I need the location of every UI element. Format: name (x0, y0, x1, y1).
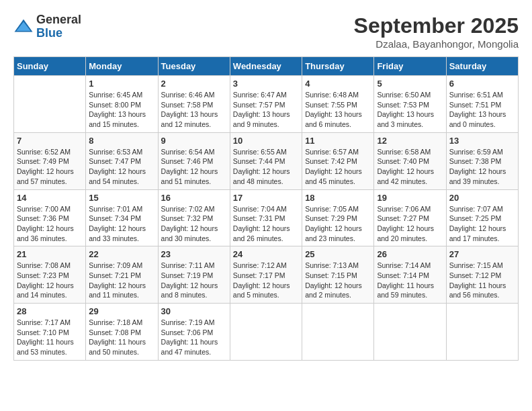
day-cell: 29Sunrise: 7:18 AM Sunset: 7:08 PM Dayli… (86, 304, 158, 361)
day-info: Sunrise: 6:58 AM Sunset: 7:40 PM Dayligh… (377, 147, 443, 187)
week-row-5: 28Sunrise: 7:17 AM Sunset: 7:10 PM Dayli… (14, 304, 519, 361)
day-cell: 27Sunrise: 7:15 AM Sunset: 7:12 PM Dayli… (446, 246, 518, 304)
day-info: Sunrise: 7:14 AM Sunset: 7:14 PM Dayligh… (377, 261, 443, 300)
day-number: 4 (305, 79, 371, 89)
header-saturday: Saturday (446, 57, 518, 76)
day-info: Sunrise: 7:17 AM Sunset: 7:10 PM Dayligh… (17, 318, 83, 357)
header-sunday: Sunday (14, 57, 86, 76)
day-number: 19 (377, 193, 443, 203)
day-number: 20 (449, 193, 515, 203)
day-cell: 13Sunrise: 6:59 AM Sunset: 7:38 PM Dayli… (446, 132, 518, 189)
day-number: 15 (89, 193, 154, 203)
day-info: Sunrise: 6:59 AM Sunset: 7:38 PM Dayligh… (449, 147, 515, 187)
day-cell: 21Sunrise: 7:08 AM Sunset: 7:23 PM Dayli… (14, 246, 86, 304)
day-cell: 14Sunrise: 7:00 AM Sunset: 7:36 PM Dayli… (14, 189, 86, 246)
day-cell: 28Sunrise: 7:17 AM Sunset: 7:10 PM Dayli… (14, 304, 86, 361)
day-number: 28 (17, 306, 83, 316)
day-number: 12 (377, 136, 443, 146)
location: Dzalaa, Bayanhongor, Mongolia (354, 38, 519, 50)
day-cell: 17Sunrise: 7:04 AM Sunset: 7:31 PM Dayli… (230, 189, 302, 246)
day-number: 1 (89, 79, 154, 89)
day-info: Sunrise: 7:12 AM Sunset: 7:17 PM Dayligh… (233, 261, 299, 300)
day-cell (302, 304, 374, 361)
day-info: Sunrise: 7:18 AM Sunset: 7:08 PM Dayligh… (89, 318, 154, 357)
day-info: Sunrise: 6:51 AM Sunset: 7:51 PM Dayligh… (449, 90, 515, 130)
day-info: Sunrise: 7:06 AM Sunset: 7:27 PM Dayligh… (377, 204, 443, 244)
day-info: Sunrise: 6:45 AM Sunset: 8:00 PM Dayligh… (89, 90, 154, 130)
day-info: Sunrise: 7:08 AM Sunset: 7:23 PM Dayligh… (17, 261, 83, 300)
day-cell: 8Sunrise: 6:53 AM Sunset: 7:47 PM Daylig… (86, 132, 158, 189)
week-row-2: 7Sunrise: 6:52 AM Sunset: 7:49 PM Daylig… (14, 132, 519, 189)
day-cell: 19Sunrise: 7:06 AM Sunset: 7:27 PM Dayli… (374, 189, 446, 246)
day-cell: 4Sunrise: 6:48 AM Sunset: 7:55 PM Daylig… (302, 76, 374, 133)
day-number: 29 (89, 306, 154, 316)
day-cell: 15Sunrise: 7:01 AM Sunset: 7:34 PM Dayli… (86, 189, 158, 246)
day-number: 26 (377, 249, 443, 259)
day-cell (230, 304, 302, 361)
day-cell: 16Sunrise: 7:02 AM Sunset: 7:32 PM Dayli… (158, 189, 230, 246)
logo-blue: Blue (36, 27, 81, 40)
day-number: 25 (305, 249, 371, 259)
header-tuesday: Tuesday (158, 57, 230, 76)
day-number: 14 (17, 193, 83, 203)
header-friday: Friday (374, 57, 446, 76)
day-cell: 11Sunrise: 6:57 AM Sunset: 7:42 PM Dayli… (302, 132, 374, 189)
day-info: Sunrise: 6:48 AM Sunset: 7:55 PM Dayligh… (305, 90, 371, 130)
day-number: 7 (17, 136, 83, 146)
day-info: Sunrise: 6:47 AM Sunset: 7:57 PM Dayligh… (233, 90, 299, 130)
day-info: Sunrise: 6:53 AM Sunset: 7:47 PM Dayligh… (89, 147, 154, 187)
day-info: Sunrise: 6:57 AM Sunset: 7:42 PM Dayligh… (305, 147, 371, 187)
day-cell: 22Sunrise: 7:09 AM Sunset: 7:21 PM Dayli… (86, 246, 158, 304)
day-cell: 20Sunrise: 7:07 AM Sunset: 7:25 PM Dayli… (446, 189, 518, 246)
day-cell: 25Sunrise: 7:13 AM Sunset: 7:15 PM Dayli… (302, 246, 374, 304)
day-info: Sunrise: 7:09 AM Sunset: 7:21 PM Dayligh… (89, 261, 154, 300)
day-number: 18 (305, 193, 371, 203)
day-cell: 3Sunrise: 6:47 AM Sunset: 7:57 PM Daylig… (230, 76, 302, 133)
header-monday: Monday (86, 57, 158, 76)
day-number: 23 (161, 249, 227, 259)
day-cell (446, 304, 518, 361)
day-cell (14, 76, 86, 133)
day-info: Sunrise: 7:05 AM Sunset: 7:29 PM Dayligh… (305, 204, 371, 244)
day-number: 11 (305, 136, 371, 146)
day-cell: 24Sunrise: 7:12 AM Sunset: 7:17 PM Dayli… (230, 246, 302, 304)
day-cell: 2Sunrise: 6:46 AM Sunset: 7:58 PM Daylig… (158, 76, 230, 133)
day-info: Sunrise: 7:04 AM Sunset: 7:31 PM Dayligh… (233, 204, 299, 244)
logo-general: General (36, 13, 81, 27)
day-number: 22 (89, 249, 154, 259)
day-info: Sunrise: 7:13 AM Sunset: 7:15 PM Dayligh… (305, 261, 371, 300)
day-cell: 5Sunrise: 6:50 AM Sunset: 7:53 PM Daylig… (374, 76, 446, 133)
week-row-3: 14Sunrise: 7:00 AM Sunset: 7:36 PM Dayli… (14, 189, 519, 246)
day-info: Sunrise: 7:01 AM Sunset: 7:34 PM Dayligh… (89, 204, 154, 244)
day-number: 16 (161, 193, 227, 203)
day-number: 13 (449, 136, 515, 146)
day-info: Sunrise: 7:15 AM Sunset: 7:12 PM Dayligh… (449, 261, 515, 300)
day-number: 24 (233, 249, 299, 259)
day-number: 9 (161, 136, 227, 146)
week-row-1: 1Sunrise: 6:45 AM Sunset: 8:00 PM Daylig… (14, 76, 519, 133)
day-cell (374, 304, 446, 361)
day-info: Sunrise: 6:46 AM Sunset: 7:58 PM Dayligh… (161, 90, 227, 130)
logo-icon (13, 17, 34, 37)
logo-text: General Blue (36, 13, 81, 40)
day-info: Sunrise: 6:52 AM Sunset: 7:49 PM Dayligh… (17, 147, 83, 187)
day-number: 30 (161, 306, 227, 316)
day-cell: 30Sunrise: 7:19 AM Sunset: 7:06 PM Dayli… (158, 304, 230, 361)
header-row: SundayMondayTuesdayWednesdayThursdayFrid… (14, 57, 519, 76)
day-number: 2 (161, 79, 227, 89)
day-cell: 12Sunrise: 6:58 AM Sunset: 7:40 PM Dayli… (374, 132, 446, 189)
day-cell: 26Sunrise: 7:14 AM Sunset: 7:14 PM Dayli… (374, 246, 446, 304)
day-cell: 10Sunrise: 6:55 AM Sunset: 7:44 PM Dayli… (230, 132, 302, 189)
day-cell: 18Sunrise: 7:05 AM Sunset: 7:29 PM Dayli… (302, 189, 374, 246)
week-row-4: 21Sunrise: 7:08 AM Sunset: 7:23 PM Dayli… (14, 246, 519, 304)
day-info: Sunrise: 7:02 AM Sunset: 7:32 PM Dayligh… (161, 204, 227, 244)
day-info: Sunrise: 7:11 AM Sunset: 7:19 PM Dayligh… (161, 261, 227, 300)
day-info: Sunrise: 6:55 AM Sunset: 7:44 PM Dayligh… (233, 147, 299, 187)
day-number: 5 (377, 79, 443, 89)
logo: General Blue (13, 13, 81, 40)
day-info: Sunrise: 6:50 AM Sunset: 7:53 PM Dayligh… (377, 90, 443, 130)
day-number: 17 (233, 193, 299, 203)
day-cell: 9Sunrise: 6:54 AM Sunset: 7:46 PM Daylig… (158, 132, 230, 189)
title-block: September 2025 Dzalaa, Bayanhongor, Mong… (354, 13, 519, 50)
day-number: 3 (233, 79, 299, 89)
